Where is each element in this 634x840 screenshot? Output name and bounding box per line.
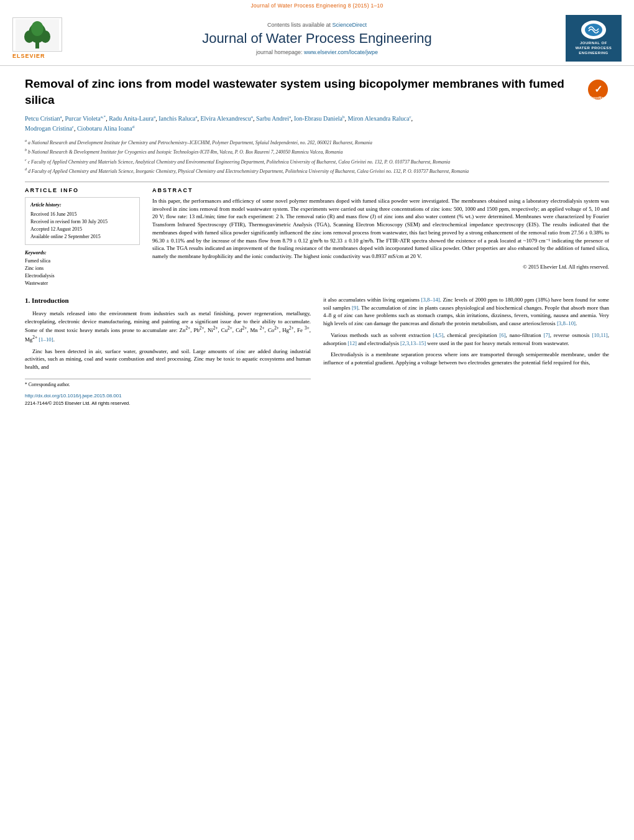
author-modrogan: Modrogan Cristina: [25, 125, 72, 132]
journal-title-area: Contents lists available at ScienceDirec…: [81, 22, 553, 55]
author-petcu: Petcu Cristian: [25, 116, 60, 122]
wpe-logo-box: JOURNAL OF WATER PROCESS ENGINEERING: [566, 15, 622, 62]
journal-homepage: journal homepage: www.elsevier.com/locat…: [81, 49, 553, 55]
affiliation-b: b b National Research & Development Inst…: [25, 147, 609, 156]
history-label: Article history:: [30, 201, 134, 209]
ref-10-11: [10,11]: [592, 332, 607, 338]
sciencedirect-link[interactable]: ScienceDirect: [333, 22, 367, 28]
svg-text:CrossMark: CrossMark: [590, 96, 606, 99]
wpe-logo-icon: [581, 21, 606, 39]
intro-para-col2-1: it also accumulates within living organi…: [323, 296, 609, 328]
ref-3-8-10: [3,8–10]: [557, 320, 576, 326]
ref-7: [7]: [543, 332, 549, 338]
affiliation-a: a a National Research and Development In…: [25, 138, 609, 147]
info-abstract-area: ARTICLE INFO Article history: Received 1…: [25, 187, 609, 287]
elsevier-tree-icon: [16, 19, 59, 50]
author-ianchis: Ianchis Raluca: [158, 116, 195, 122]
svg-text:✓: ✓: [594, 84, 602, 95]
article-history-box: Article history: Received 16 June 2015 R…: [25, 197, 140, 245]
journal-header: ELSEVIER Contents lists available at Sci…: [0, 10, 634, 66]
ref-1-10: [1–10]: [39, 336, 53, 343]
keywords-section: Keywords: Fumed silica Zinc ions Electro…: [25, 250, 140, 287]
ref-4-5: [4,5]: [433, 332, 443, 338]
keyword-electrodialysis: Electrodialysis: [25, 272, 140, 280]
wpe-logo-area: JOURNAL OF WATER PROCESS ENGINEERING: [553, 15, 622, 62]
author-radu: Radu Anita-Laura: [109, 116, 154, 122]
keyword-zinc-ions: Zinc ions: [25, 265, 140, 272]
authors: Petcu Cristiana, Purcar Violetaa,*, Radu…: [25, 114, 609, 133]
received-date: Received 16 June 2015: [30, 211, 134, 218]
homepage-url[interactable]: www.elsevier.com/locate/jwpe: [304, 49, 378, 55]
abstract-copyright: © 2015 Elsevier Ltd. All rights reserved…: [152, 263, 609, 270]
contents-text: Contents lists available at ScienceDirec…: [81, 22, 553, 28]
affiliations: a a National Research and Development In…: [25, 138, 609, 175]
intro-para-1: Heavy metals released into the environme…: [25, 310, 311, 344]
elsevier-wordmark: ELSEVIER: [12, 53, 81, 59]
article-title-area: Removal of zinc ions from model wastewat…: [25, 76, 609, 108]
author-miron: Miron Alexandra Raluca: [348, 116, 410, 122]
intro-para-col2-3: Electrodialysis is a membrane separation…: [323, 351, 609, 367]
doi-line: http://dx.doi.org/10.1016/j.jwpe.2015.08…: [25, 392, 311, 400]
article-content: Removal of zinc ions from model wastewat…: [0, 66, 634, 417]
accepted-date: Accepted 12 August 2015: [30, 226, 134, 233]
affiliation-c: c c Faculty of Applied Chemistry and Mat…: [25, 157, 609, 166]
body-col-right: it also accumulates within living organi…: [323, 296, 609, 407]
ref-6: [6]: [499, 332, 505, 338]
elsevier-logo-area: ELSEVIER: [12, 17, 81, 59]
article-info-heading: ARTICLE INFO: [25, 187, 140, 193]
journal-top-link: Journal of Water Process Engineering 8 (…: [0, 0, 634, 10]
ref-9: [9]: [352, 305, 358, 311]
footnote-area: * Corresponding author.: [25, 379, 311, 389]
article-title: Removal of zinc ions from model wastewat…: [25, 76, 587, 108]
ref-12: [12]: [347, 340, 357, 346]
keywords-label: Keywords:: [25, 250, 140, 256]
author-ciobotaru: Ciobotaru Alina Ioana: [77, 125, 132, 132]
abstract-col: ABSTRACT In this paper, the performances…: [152, 187, 609, 287]
svg-point-6: [585, 24, 602, 36]
corresponding-note: * Corresponding author.: [25, 382, 311, 389]
wpe-water-icon: [584, 22, 604, 37]
ref-3-8-14: [3,8–14]: [421, 297, 440, 303]
available-date: Available online 2 September 2015: [30, 233, 134, 241]
crossmark-icon: ✓ CrossMark: [587, 78, 609, 101]
intro-para-col2-2: Various methods such as solvent extracti…: [323, 331, 609, 348]
journal-name: Journal of Water Process Engineering: [81, 30, 553, 47]
keyword-wastewater: Wastewater: [25, 280, 140, 287]
wpe-logo-text: JOURNAL OF WATER PROCESS ENGINEERING: [576, 41, 612, 55]
body-two-col: 1. Introduction Heavy metals released in…: [25, 296, 609, 407]
elsevier-logo-box: [12, 17, 62, 52]
abstract-heading: ABSTRACT: [152, 187, 609, 193]
ref-2-3-13-15: [2,3,13–15]: [400, 340, 426, 346]
section-divider: [25, 182, 609, 182]
article-info-col: ARTICLE INFO Article history: Received 1…: [25, 187, 140, 287]
page: Journal of Water Process Engineering 8 (…: [0, 0, 634, 840]
keyword-fumed-silica: Fumed silica: [25, 257, 140, 265]
affiliation-d: d d Faculty of Applied Chemistry and Mat…: [25, 167, 609, 175]
body-col-left: 1. Introduction Heavy metals released in…: [25, 296, 311, 407]
intro-para-2: Zinc has been detected in air, surface w…: [25, 348, 311, 371]
crossmark-logo: ✓ CrossMark: [587, 78, 609, 101]
author-sarbu: Sarbu Andrei: [256, 116, 289, 122]
author-purcar: Purcar Violeta: [65, 116, 101, 122]
copyright-footer: 2214-7144/© 2015 Elsevier Ltd. All right…: [25, 400, 311, 407]
abstract-text: In this paper, the performances and effi…: [152, 197, 609, 270]
intro-heading: 1. Introduction: [25, 296, 311, 306]
body-content: 1. Introduction Heavy metals released in…: [25, 296, 609, 407]
journal-top-link-text: Journal of Water Process Engineering 8 (…: [250, 2, 383, 9]
svg-point-5: [31, 21, 44, 36]
author-elvira: Elvira Alexandrescu: [200, 116, 250, 122]
author-ion: Ion-Ebrasu Daniela: [294, 116, 342, 122]
revised-date: Received in revised form 30 July 2015: [30, 218, 134, 226]
